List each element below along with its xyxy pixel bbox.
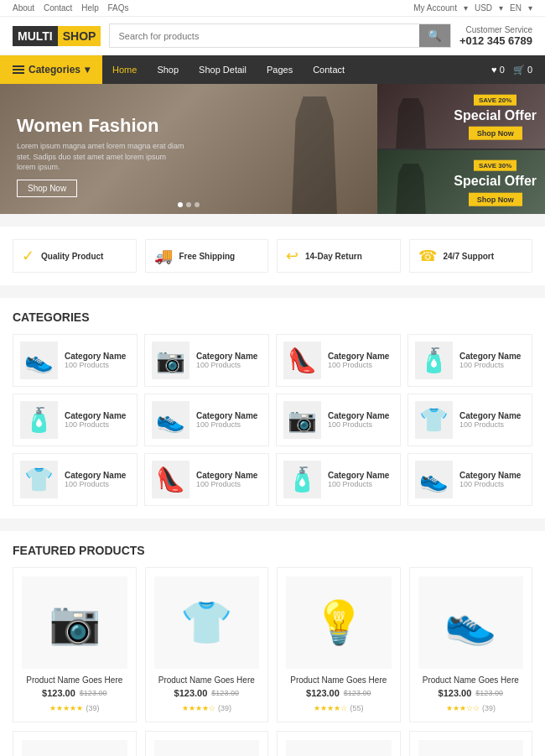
category-card-5[interactable]: 👟 Category Name 100 Products [144, 394, 269, 446]
product-card-2[interactable]: 💡 Product Name Goes Here $123.00 $123.00… [277, 567, 401, 722]
product-card-4[interactable]: 🚁 Product Name Goes Here $123.00 $123.00… [13, 731, 137, 756]
quality-icon: ✓ [22, 247, 34, 265]
category-card-0[interactable]: 👟 Category Name 100 Products [13, 334, 138, 387]
nav-contact[interactable]: Contact [303, 56, 355, 83]
hero-dots [178, 202, 200, 207]
hero-shop-now-button[interactable]: Shop Now [17, 180, 77, 197]
product-card-0[interactable]: 📷 Product Name Goes Here $123.00 $123.00… [13, 567, 137, 722]
category-count-3: 100 Products [459, 361, 525, 369]
support-icon: ☎ [418, 247, 437, 265]
feature-return-label: 14-Day Return [305, 252, 362, 261]
product-img-3: 👟 [418, 576, 524, 669]
hero-main-banner: Women Fashion Lorem ipsum magna amet lor… [0, 84, 377, 214]
contact-link[interactable]: Contact [44, 3, 72, 13]
search-button[interactable]: 🔍 [419, 24, 450, 47]
help-link[interactable]: Help [81, 3, 99, 13]
product-card-1[interactable]: 👕 Product Name Goes Here $123.00 $123.00… [145, 567, 269, 722]
about-link[interactable]: About [13, 3, 34, 13]
hero-dot-3[interactable] [195, 202, 200, 207]
category-img-10: 🧴 [283, 461, 321, 498]
product-card-7[interactable]: 🧴 Product Name Goes Here $123.00 $123.00… [409, 731, 533, 756]
category-info-8: Category Name 100 Products [65, 471, 130, 488]
feature-return: ↩ 14-Day Return [277, 239, 401, 273]
category-count-9: 100 Products [196, 480, 262, 488]
hero-side-content-2: SAVE 30% Special Offer Shop Now [454, 159, 537, 206]
search-input[interactable] [110, 24, 418, 47]
account-dropdown[interactable]: My Account [413, 3, 457, 13]
category-count-7: 100 Products [459, 420, 525, 429]
featured-products-section: FEATURED PRODUCTS 📷 Product Name Goes He… [0, 531, 545, 756]
language-dropdown[interactable]: EN [510, 3, 522, 13]
category-name-9: Category Name [196, 471, 262, 480]
stars-0: ★★★★★ [49, 704, 83, 712]
product-rating-0: ★★★★★ (39) [22, 701, 127, 713]
category-img-11: 👟 [415, 461, 453, 498]
category-info-1: Category Name 100 Products [196, 352, 262, 369]
nav-shop-detail[interactable]: Shop Detail [189, 56, 257, 83]
category-count-6: 100 Products [328, 420, 393, 429]
stars-2: ★★★★☆ [314, 704, 347, 712]
product-rating-1: ★★★★☆ (39) [154, 701, 260, 713]
product-card-3[interactable]: 👟 Product Name Goes Here $123.00 $123.00… [409, 567, 533, 722]
categories-title: CATEGORIES [13, 310, 532, 324]
customer-service-phone: +012 345 6789 [459, 34, 532, 47]
product-name-2: Product Name Goes Here [286, 675, 392, 685]
hero-main-content: Women Fashion Lorem ipsum magna amet lor… [17, 115, 184, 197]
product-card-5[interactable]: ⌚ Product Name Goes Here $123.00 $123.00… [145, 731, 269, 756]
feature-support: ☎ 24/7 Support [409, 239, 533, 273]
category-card-8[interactable]: 👕 Category Name 100 Products [13, 453, 138, 506]
wishlist-icon[interactable]: ♥ 0 [491, 65, 505, 75]
logo[interactable]: MULTISHOP [13, 26, 101, 46]
category-card-6[interactable]: 📷 Category Name 100 Products [276, 394, 401, 446]
hero-description: Lorem ipsum magna amet lorem magna erat … [17, 141, 184, 173]
category-card-2[interactable]: 👠 Category Name 100 Products [276, 334, 401, 387]
category-img-7: 👕 [415, 401, 453, 439]
category-count-0: 100 Products [65, 361, 130, 369]
category-count-5: 100 Products [196, 420, 262, 429]
price-old-2: $123.00 [344, 689, 371, 697]
nav-shop[interactable]: Shop [147, 56, 189, 83]
customer-service: Customer Service +012 345 6789 [459, 25, 532, 47]
featured-products-title: FEATURED PRODUCTS [13, 544, 532, 557]
category-img-9: 👠 [152, 461, 189, 498]
category-card-11[interactable]: 👟 Category Name 100 Products [407, 453, 532, 506]
category-card-7[interactable]: 👕 Category Name 100 Products [407, 394, 532, 446]
cart-icon[interactable]: 🛒 0 [513, 65, 532, 76]
side-shop-now-button-1[interactable]: Shop Now [469, 127, 522, 140]
nav-pages[interactable]: Pages [257, 56, 303, 83]
product-img-4: 🚁 [22, 740, 127, 756]
nav-home[interactable]: Home [102, 56, 147, 83]
category-name-3: Category Name [459, 352, 525, 361]
search-bar: 🔍 [109, 23, 450, 48]
hero-side-content-1: SAVE 20% Special Offer Shop Now [454, 92, 537, 140]
hero-dot-2[interactable] [186, 202, 191, 207]
category-img-6: 📷 [283, 401, 321, 439]
currency-dropdown[interactable]: USD [475, 3, 492, 13]
logo-shop: SHOP [58, 26, 101, 46]
features-bar: ✓ Quality Product 🚚 Free Shipping ↩ 14-D… [0, 227, 545, 285]
product-card-6[interactable]: 👗 Product Name Goes Here $123.00 $123.00… [277, 731, 401, 756]
nav-icons: ♥ 0 🛒 0 [491, 65, 545, 76]
product-img-2: 💡 [286, 576, 392, 669]
categories-label: Categories [29, 64, 80, 76]
price-old-0: $123.00 [80, 689, 107, 697]
category-info-6: Category Name 100 Products [328, 411, 393, 429]
navbar: Categories ▾ Home Shop Shop Detail Pages… [0, 55, 545, 84]
category-card-3[interactable]: 🧴 Category Name 100 Products [407, 334, 532, 387]
category-img-0: 👟 [20, 342, 58, 379]
price-current-1: $123.00 [174, 688, 208, 698]
return-icon: ↩ [286, 247, 298, 265]
category-name-7: Category Name [459, 411, 525, 420]
categories-button[interactable]: Categories ▾ [0, 55, 102, 84]
category-card-4[interactable]: 🧴 Category Name 100 Products [13, 394, 138, 446]
category-info-4: Category Name 100 Products [65, 411, 130, 429]
category-card-10[interactable]: 🧴 Category Name 100 Products [276, 453, 401, 506]
product-price-2: $123.00 $123.00 [286, 688, 392, 698]
category-card-9[interactable]: 👠 Category Name 100 Products [144, 453, 269, 506]
feature-shipping: 🚚 Free Shipping [145, 239, 269, 273]
hero-dot-1[interactable] [178, 202, 183, 207]
category-card-1[interactable]: 📷 Category Name 100 Products [144, 334, 269, 387]
faqs-link[interactable]: FAQs [108, 3, 129, 13]
side-shop-now-button-2[interactable]: Shop Now [469, 192, 522, 206]
category-img-8: 👕 [20, 461, 58, 498]
